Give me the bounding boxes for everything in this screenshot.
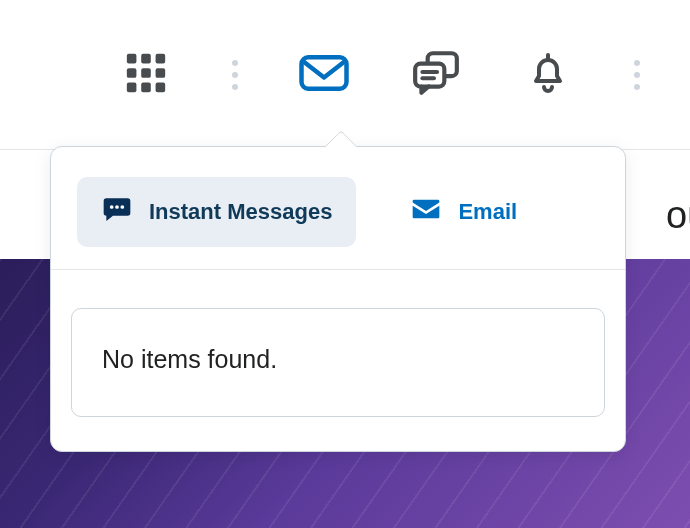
vertical-dots-icon	[632, 60, 642, 90]
overflow-menu-2[interactable]	[632, 60, 642, 90]
svg-rect-4	[141, 68, 151, 78]
bell-icon	[524, 49, 572, 101]
svg-rect-3	[127, 68, 137, 78]
speech-bubble-icon	[101, 193, 133, 231]
svg-point-14	[110, 205, 114, 209]
svg-rect-5	[156, 68, 166, 78]
empty-state-card: No items found.	[71, 308, 605, 417]
svg-rect-7	[141, 82, 151, 92]
popover-body: No items found.	[51, 270, 625, 451]
svg-rect-8	[156, 82, 166, 92]
svg-rect-11	[415, 63, 444, 86]
messages-button[interactable]	[296, 47, 352, 103]
obscured-text-right: ours	[666, 194, 690, 237]
empty-state-text: No items found.	[102, 345, 574, 374]
notifications-button[interactable]	[520, 47, 576, 103]
popover-tab-bar: Instant Messages Email	[51, 147, 625, 270]
tab-email[interactable]: Email	[386, 177, 541, 247]
svg-rect-2	[156, 53, 166, 63]
svg-point-15	[115, 205, 119, 209]
apps-grid-button[interactable]	[118, 47, 174, 103]
vertical-dots-icon	[230, 60, 240, 90]
chat-icon	[411, 48, 461, 102]
envelope-icon	[297, 46, 351, 104]
top-navbar	[0, 0, 690, 150]
envelope-solid-icon	[410, 193, 442, 231]
svg-rect-1	[141, 53, 151, 63]
overflow-menu-1[interactable]	[230, 60, 240, 90]
svg-rect-9	[302, 57, 347, 89]
svg-point-16	[120, 205, 124, 209]
tab-email-label: Email	[458, 199, 517, 225]
svg-rect-0	[127, 53, 137, 63]
grid-icon	[123, 50, 169, 100]
svg-rect-6	[127, 82, 137, 92]
messages-popover: Instant Messages Email No items found.	[50, 146, 626, 452]
tab-instant-messages[interactable]: Instant Messages	[77, 177, 356, 247]
discussions-button[interactable]	[408, 47, 464, 103]
tab-instant-messages-label: Instant Messages	[149, 199, 332, 225]
